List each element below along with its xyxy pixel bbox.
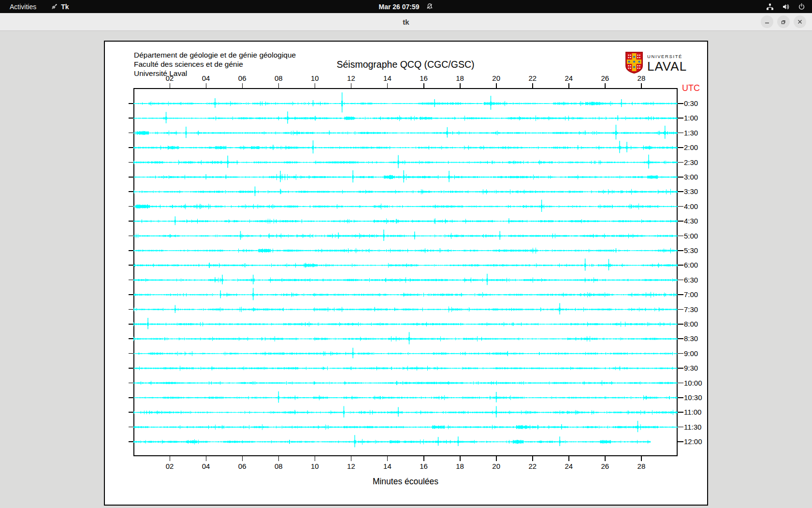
- x-tick-label-bottom: 26: [595, 462, 615, 470]
- x-tick-label-bottom: 20: [487, 462, 506, 470]
- row-tick-left: [129, 177, 133, 178]
- activities-button[interactable]: Activities: [8, 3, 38, 11]
- logo-universite-text: UNIVERSITÉ: [647, 54, 687, 59]
- row-tick-right: [678, 324, 683, 325]
- row-time-label: 12:00: [684, 437, 702, 446]
- row-tick-left: [129, 103, 133, 104]
- row-tick-right: [678, 250, 683, 251]
- row-time-label: 8:00: [684, 320, 698, 328]
- row-tick-left: [129, 383, 133, 384]
- x-tick-top: [351, 83, 352, 88]
- x-tick-label-top: 28: [632, 74, 651, 82]
- row-tick-left: [129, 118, 133, 119]
- row-time-label: 1:30: [684, 129, 698, 137]
- row-tick-left: [129, 265, 133, 266]
- seismograph-canvas: Département de géologie et de génie géol…: [104, 41, 708, 506]
- row-time-label: 6:00: [684, 261, 698, 269]
- row-tick-left: [129, 412, 133, 413]
- minimize-button[interactable]: [761, 15, 773, 28]
- clock-text: Mar 26 07:59: [378, 3, 419, 11]
- row-tick-right: [678, 177, 683, 178]
- restore-icon: [781, 19, 786, 25]
- row-time-label: 5:00: [684, 232, 698, 240]
- row-time-label: 8:30: [684, 334, 698, 343]
- row-tick-left: [129, 250, 133, 251]
- row-time-label: 5:30: [684, 246, 698, 254]
- row-time-label: 7:30: [684, 305, 698, 314]
- close-button[interactable]: [794, 15, 806, 28]
- x-tick-label-bottom: 24: [559, 462, 579, 470]
- x-tick-bottom: [315, 456, 316, 461]
- row-tick-right: [678, 221, 683, 222]
- x-tick-label-top: 10: [305, 74, 324, 82]
- x-tick-top: [170, 83, 171, 88]
- row-time-label: 2:30: [684, 158, 698, 166]
- clock-menu[interactable]: Mar 26 07:59: [378, 3, 433, 11]
- x-tick-top: [423, 83, 424, 88]
- row-tick-left: [129, 309, 133, 310]
- x-tick-top: [278, 83, 279, 88]
- x-tick-top: [641, 83, 642, 88]
- close-icon: [797, 19, 803, 25]
- x-tick-label-bottom: 18: [450, 462, 470, 470]
- x-tick-label-top: 02: [160, 74, 179, 82]
- x-tick-label-top: 12: [341, 74, 361, 82]
- x-tick-label-bottom: 08: [269, 462, 288, 470]
- x-tick-label-bottom: 10: [305, 462, 324, 470]
- row-tick-left: [129, 397, 133, 398]
- x-tick-label-bottom: 16: [414, 462, 434, 470]
- window-titlebar: tk: [0, 13, 812, 31]
- row-tick-right: [678, 294, 683, 295]
- x-tick-label-bottom: 14: [377, 462, 397, 470]
- x-tick-bottom: [423, 456, 424, 461]
- logo-laval-text: LAVAL: [647, 60, 687, 73]
- tk-root-window: Département de géologie et de génie géol…: [0, 30, 812, 508]
- row-tick-left: [129, 338, 133, 339]
- row-tick-left: [129, 427, 133, 428]
- row-tick-right: [678, 162, 683, 163]
- x-tick-top: [605, 83, 606, 88]
- row-tick-right: [678, 441, 683, 442]
- restore-button[interactable]: [777, 15, 790, 28]
- gnome-top-bar: Activities Tk Mar 26 07:59: [0, 0, 812, 13]
- x-tick-label-top: 16: [414, 74, 434, 82]
- row-time-label: 10:00: [684, 379, 702, 387]
- row-time-label: 0:30: [684, 99, 698, 107]
- app-menu-tk[interactable]: Tk: [51, 3, 69, 11]
- seismograph-traces: [133, 88, 678, 456]
- power-icon: [798, 3, 805, 10]
- x-tick-label-top: 26: [595, 74, 615, 82]
- row-time-label: 2:00: [684, 143, 698, 151]
- x-tick-bottom: [170, 456, 171, 461]
- x-tick-label-top: 06: [232, 74, 252, 82]
- x-tick-bottom: [206, 456, 207, 461]
- x-tick-bottom: [387, 456, 388, 461]
- x-tick-label-bottom: 04: [196, 462, 216, 470]
- network-icon: [766, 3, 774, 11]
- x-tick-bottom: [496, 456, 497, 461]
- x-tick-label-top: 04: [196, 74, 216, 82]
- row-time-label: 11:00: [684, 408, 701, 416]
- system-status-area[interactable]: [766, 3, 812, 11]
- row-tick-right: [678, 191, 683, 192]
- utc-axis-label: UTC: [682, 83, 700, 93]
- x-tick-label-bottom: 06: [232, 462, 252, 470]
- row-tick-right: [678, 412, 683, 413]
- row-time-label: 4:30: [684, 217, 698, 225]
- row-time-label: 10:30: [684, 393, 702, 402]
- row-tick-right: [678, 206, 683, 207]
- row-tick-left: [129, 441, 133, 442]
- row-time-label: 7:00: [684, 290, 698, 299]
- row-tick-left: [129, 236, 133, 237]
- x-tick-top: [532, 83, 533, 88]
- x-tick-label-bottom: 12: [341, 462, 361, 470]
- x-tick-top: [242, 83, 243, 88]
- x-axis-title: Minutes écoulées: [133, 477, 678, 487]
- x-tick-label-bottom: 28: [632, 462, 651, 470]
- x-tick-bottom: [532, 456, 533, 461]
- row-tick-left: [129, 324, 133, 325]
- x-tick-bottom: [641, 456, 642, 461]
- row-time-label: 9:00: [684, 349, 698, 358]
- row-tick-right: [678, 118, 683, 119]
- row-time-label: 1:00: [684, 114, 698, 122]
